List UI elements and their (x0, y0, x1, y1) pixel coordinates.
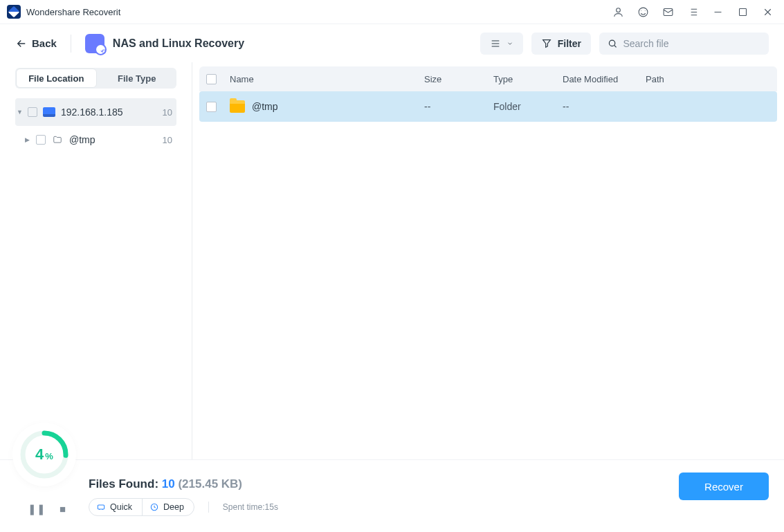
file-list: Name Size Type Date Modified Path @tmp -… (192, 62, 784, 459)
titlebar-right (612, 6, 774, 18)
toolbar-right: Filter (480, 33, 769, 55)
filter-icon (541, 38, 552, 49)
tree-child-checkbox[interactable] (36, 135, 46, 145)
chevron-down-icon (507, 40, 513, 47)
drive-icon (43, 107, 55, 117)
progress-label: 4 % (35, 446, 53, 464)
titlebar-left: Wondershare Recoverit (7, 5, 120, 19)
tree-child-count: 10 (163, 135, 172, 145)
filter-label: Filter (558, 38, 581, 49)
stop-button[interactable]: ■ (60, 503, 66, 515)
app-title: Wondershare Recoverit (26, 7, 120, 17)
scan-mode-toggle: Quick Deep (89, 498, 194, 516)
tab-file-type[interactable]: File Type (98, 68, 177, 89)
svg-rect-3 (739, 8, 746, 15)
footer: 4 % ❚❚ ■ Files Found: 10 (215.45 KB) Qui… (0, 459, 784, 532)
row-checkbox[interactable] (206, 102, 217, 112)
sidebar-tabs: File Location File Type (15, 68, 176, 89)
tree-root-item[interactable]: ▼ 192.168.1.185 10 (15, 98, 176, 126)
header-path[interactable]: Path (646, 74, 770, 84)
caret-down-icon[interactable]: ▼ (17, 109, 25, 116)
spent-time: Spent time:15s (223, 502, 278, 512)
caret-right-icon[interactable]: ▶ (25, 136, 33, 143)
file-list-header: Name Size Type Date Modified Path (199, 66, 777, 91)
tree-root-label: 192.168.1.185 (61, 107, 163, 118)
folder-outline-icon (51, 135, 64, 145)
titlebar: Wondershare Recoverit (0, 0, 784, 24)
search-box[interactable] (599, 33, 769, 55)
menu-list-icon[interactable] (686, 6, 699, 18)
scan-controls: ❚❚ ■ (28, 503, 66, 515)
back-button[interactable]: Back (15, 35, 57, 53)
row-name-cell: @tmp (230, 100, 424, 113)
tree-root-count: 10 (163, 107, 172, 118)
mode-quick[interactable]: Quick (89, 499, 142, 515)
files-found-size: (215.45 KB) (178, 477, 242, 490)
sidebar: File Location File Type ▼ 192.168.1.185 … (0, 62, 192, 459)
list-view-icon (490, 38, 501, 49)
header-size[interactable]: Size (424, 74, 493, 84)
search-input[interactable] (623, 38, 760, 49)
minimize-icon[interactable] (711, 6, 724, 18)
svg-point-1 (639, 8, 648, 17)
quick-scan-icon (96, 502, 106, 512)
app-logo-icon (7, 5, 21, 19)
search-icon (608, 38, 617, 49)
footer-main: Files Found: 10 (215.45 KB) Quick Deep S… (89, 468, 769, 525)
filter-button[interactable]: Filter (531, 33, 591, 55)
user-icon[interactable] (612, 6, 624, 18)
maximize-icon[interactable] (736, 6, 749, 18)
files-found-label: Files Found: (89, 477, 162, 490)
progress-unit: % (45, 451, 53, 461)
svg-rect-7 (98, 505, 104, 509)
tree-root-checkbox[interactable] (28, 107, 37, 117)
divider (71, 35, 71, 53)
close-icon[interactable] (761, 6, 774, 18)
header-type[interactable]: Type (493, 74, 563, 84)
header-name[interactable]: Name (230, 74, 424, 84)
page-title-wrap: NAS and Linux Recovery (85, 34, 244, 53)
tab-file-location[interactable]: File Location (16, 68, 97, 88)
tree-child-label: @tmp (69, 134, 163, 145)
main: File Location File Type ▼ 192.168.1.185 … (0, 62, 784, 459)
files-found-line: Files Found: 10 (215.45 KB) (89, 477, 769, 491)
view-mode-button[interactable] (480, 33, 523, 55)
row-type: Folder (493, 101, 563, 112)
support-icon[interactable] (637, 6, 649, 18)
select-all-checkbox[interactable] (206, 74, 217, 84)
progress-value: 4 (35, 446, 44, 464)
row-checkbox-col (206, 102, 230, 112)
progress-ring: 4 % (17, 427, 72, 482)
svg-point-0 (616, 8, 620, 12)
divider (208, 502, 209, 513)
toolbar-left: Back NAS and Linux Recovery (15, 34, 244, 53)
mode-quick-label: Quick (110, 502, 132, 512)
svg-point-4 (609, 40, 614, 46)
footer-row2: Quick Deep Spent time:15s (89, 498, 769, 516)
toolbar: Back NAS and Linux Recovery Filter (0, 24, 784, 62)
back-label: Back (32, 37, 57, 49)
nas-recovery-icon (85, 34, 104, 53)
mail-icon[interactable] (662, 6, 674, 18)
mode-deep-label: Deep (163, 502, 184, 512)
folder-icon (230, 100, 245, 113)
row-date: -- (563, 101, 646, 112)
page-title: NAS and Linux Recovery (113, 37, 244, 50)
file-row[interactable]: @tmp -- Folder -- (199, 91, 777, 122)
arrow-left-icon (15, 37, 28, 50)
tree-child-item[interactable]: ▶ @tmp 10 (15, 126, 176, 154)
deep-scan-icon (149, 502, 159, 512)
row-name: @tmp (252, 101, 278, 112)
header-date[interactable]: Date Modified (563, 74, 646, 84)
header-checkbox-col (206, 74, 230, 84)
files-found-count: 10 (162, 477, 175, 490)
pause-button[interactable]: ❚❚ (28, 503, 46, 515)
recover-button[interactable]: Recover (679, 473, 769, 500)
mode-deep[interactable]: Deep (142, 499, 194, 515)
svg-rect-2 (664, 8, 673, 15)
row-size: -- (424, 101, 493, 112)
